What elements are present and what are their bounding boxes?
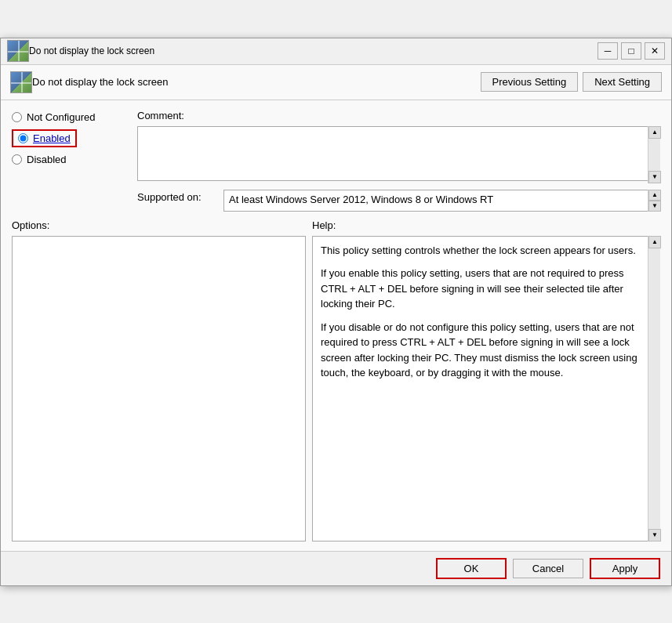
supported-wrapper: At least Windows Server 2012, Windows 8 … [223, 190, 660, 212]
header-bar: Do not display the lock screen Previous … [1, 65, 671, 100]
help-content: This policy setting controls whether the… [312, 236, 660, 542]
comment-scroll-down[interactable]: ▼ [648, 171, 661, 183]
help-box-wrapper: This policy setting controls whether the… [312, 236, 660, 542]
help-scrollbar: ▲ ▼ [648, 236, 660, 542]
enabled-radio[interactable] [18, 133, 28, 143]
supported-label: Supported on: [137, 190, 223, 203]
comment-scrollbar: ▲ ▼ [648, 126, 660, 183]
not-configured-label[interactable]: Not Configured [27, 111, 95, 123]
header-icon [10, 71, 32, 93]
options-panel: Options: [12, 219, 306, 542]
options-help-row: Options: Help: This policy setting contr… [12, 219, 660, 542]
supported-scrollbar: ▲ ▼ [648, 190, 660, 212]
cancel-button[interactable]: Cancel [513, 559, 583, 578]
title-bar: Do not display the lock screen ─ □ ✕ [1, 38, 671, 65]
comment-scroll-track [648, 139, 660, 171]
disabled-radio[interactable] [12, 154, 22, 165]
not-configured-radio[interactable] [12, 112, 22, 122]
title-bar-controls: ─ □ ✕ [598, 42, 665, 60]
help-para-2: If you enable this policy setting, users… [321, 266, 639, 312]
enabled-option[interactable]: Enabled [12, 129, 137, 147]
radio-group: Not Configured Enabled Disabled [12, 110, 137, 212]
maximize-button[interactable]: □ [621, 42, 641, 60]
help-scroll-up[interactable]: ▲ [648, 236, 661, 248]
help-panel: Help: This policy setting controls wheth… [312, 219, 660, 542]
header-buttons: Previous Setting Next Setting [481, 72, 663, 92]
supported-scroll-up[interactable]: ▲ [648, 190, 661, 201]
top-section: Not Configured Enabled Disabled Comment: [12, 110, 660, 212]
options-title: Options: [12, 219, 306, 231]
header-title: Do not display the lock screen [32, 76, 481, 88]
close-button[interactable]: ✕ [645, 42, 665, 60]
window-icon [7, 40, 29, 62]
comment-label: Comment: [137, 110, 660, 121]
not-configured-option[interactable]: Not Configured [12, 111, 137, 123]
next-setting-button[interactable]: Next Setting [583, 72, 662, 92]
title-bar-text: Do not display the lock screen [29, 45, 598, 56]
disabled-label[interactable]: Disabled [27, 154, 67, 165]
help-para-3: If you disable or do not configure this … [321, 320, 639, 381]
supported-row: Supported on: At least Windows Server 20… [137, 190, 660, 212]
help-scroll-track [648, 248, 660, 529]
footer: OK Cancel Apply [1, 551, 671, 585]
comment-input[interactable] [137, 126, 660, 181]
disabled-option[interactable]: Disabled [12, 154, 137, 165]
help-para-1: This policy setting controls whether the… [321, 243, 639, 259]
dialog-window: Do not display the lock screen ─ □ ✕ Do … [0, 38, 672, 586]
comment-wrapper: ▲ ▼ [137, 126, 660, 183]
options-box [12, 236, 306, 542]
comment-scroll-up[interactable]: ▲ [648, 126, 661, 139]
content-area: Not Configured Enabled Disabled Comment: [1, 100, 671, 551]
minimize-button[interactable]: ─ [598, 42, 618, 60]
help-scroll-down[interactable]: ▼ [648, 529, 661, 542]
enabled-wrapper: Enabled [12, 129, 77, 147]
enabled-label[interactable]: Enabled [33, 132, 71, 144]
previous-setting-button[interactable]: Previous Setting [481, 72, 579, 92]
apply-button[interactable]: Apply [590, 558, 660, 579]
comment-section: Comment: ▲ ▼ Supported on: At least Wind… [137, 110, 660, 212]
supported-scroll-down[interactable]: ▼ [648, 201, 661, 212]
supported-value: At least Windows Server 2012, Windows 8 … [223, 190, 660, 212]
help-title: Help: [312, 219, 660, 231]
ok-button[interactable]: OK [436, 558, 507, 579]
